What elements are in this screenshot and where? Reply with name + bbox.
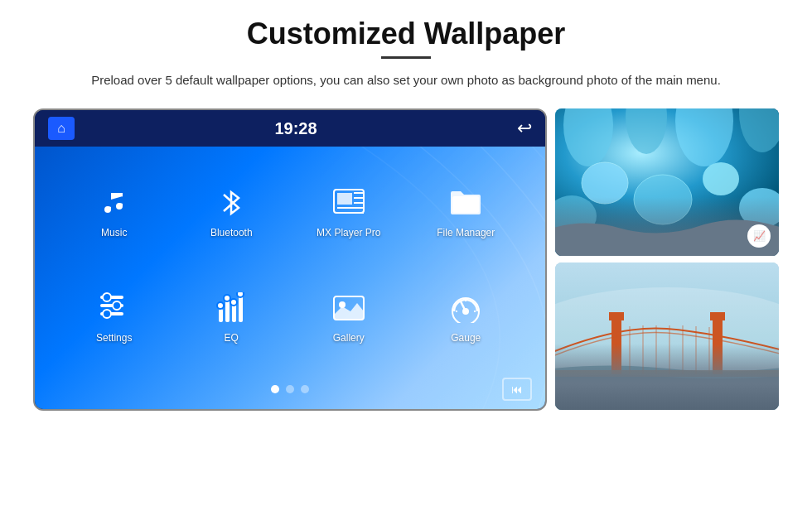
mxplayer-icon [330, 184, 368, 222]
home-button[interactable]: ⌂ [48, 117, 75, 140]
svg-point-35 [582, 162, 628, 204]
dot-3[interactable] [301, 385, 309, 393]
mxplayer-label: MX Player Pro [317, 227, 380, 238]
home-icon: ⌂ [57, 121, 65, 136]
svg-rect-17 [239, 296, 243, 322]
app-icon-settings[interactable]: Settings [60, 268, 169, 365]
app-icon-filemanager[interactable]: File Manager [412, 163, 521, 260]
svg-rect-45 [710, 312, 725, 320]
notification-badge: 📈 [747, 224, 771, 248]
screen-bottom: ⏮ [35, 373, 545, 409]
filemanager-icon [447, 184, 485, 222]
skip-icon: ⏮ [511, 383, 523, 396]
svg-rect-42 [611, 316, 621, 374]
car-screen: ⌂ 19:28 ↩ [33, 108, 547, 411]
svg-rect-7 [452, 196, 479, 213]
svg-point-13 [103, 310, 111, 318]
svg-point-18 [217, 302, 224, 309]
eq-icon [212, 289, 250, 327]
svg-rect-15 [225, 301, 230, 322]
page-title: Customized Wallpaper [247, 17, 566, 51]
dot-2[interactable] [286, 385, 294, 393]
settings-label: Settings [96, 332, 132, 344]
svg-point-37 [703, 162, 739, 195]
svg-rect-43 [713, 316, 723, 374]
svg-point-20 [230, 299, 237, 306]
settings-icon [95, 289, 133, 327]
bluetooth-icon [212, 184, 250, 222]
gauge-label: Gauge [451, 332, 481, 344]
app-icon-bluetooth[interactable]: Bluetooth [177, 163, 287, 260]
svg-point-41 [555, 287, 779, 387]
svg-point-11 [103, 293, 111, 301]
app-icon-eq[interactable]: EQ [177, 268, 287, 365]
page-subtitle: Preload over 5 default wallpaper options… [91, 70, 721, 90]
app-icon-mxplayer[interactable]: MX Player Pro [294, 163, 404, 260]
svg-rect-14 [219, 309, 223, 322]
svg-rect-16 [232, 305, 236, 322]
svg-point-21 [237, 292, 244, 297]
skip-button[interactable]: ⏮ [502, 378, 532, 401]
screen-top-bar: ⌂ 19:28 ↩ [35, 110, 545, 147]
app-icon-music[interactable]: Music [60, 163, 169, 260]
screen-dots [271, 385, 309, 393]
svg-rect-44 [609, 312, 624, 320]
icons-grid: Music Bluetooth [35, 147, 545, 373]
svg-rect-54 [555, 370, 779, 377]
app-icon-gauge[interactable]: Gauge [412, 268, 521, 365]
gallery-label: Gallery [333, 332, 365, 344]
filemanager-label: File Manager [437, 227, 495, 238]
right-images: 📈 [555, 108, 779, 410]
svg-point-12 [113, 301, 121, 310]
svg-point-19 [224, 295, 230, 301]
content-row: ⌂ 19:28 ↩ [33, 108, 779, 411]
svg-point-36 [634, 175, 692, 224]
eq-label: EQ [225, 332, 239, 344]
back-icon[interactable]: ↩ [517, 118, 532, 139]
notification-icon: 📈 [753, 230, 766, 242]
title-underline [381, 56, 431, 59]
screen-time: 19:28 [274, 119, 317, 138]
app-icon-gallery[interactable]: Gallery [294, 268, 404, 365]
dot-1[interactable] [271, 385, 279, 393]
svg-point-38 [555, 195, 597, 237]
screen-main: Music Bluetooth [35, 147, 545, 409]
gallery-icon [330, 289, 368, 327]
bluetooth-label: Bluetooth [210, 227, 253, 238]
music-icon [95, 184, 133, 222]
gauge-icon [447, 289, 485, 327]
ice-cave-preview[interactable]: 📈 [555, 108, 779, 256]
svg-point-26 [463, 309, 468, 314]
page-container: Customized Wallpaper Preload over 5 defa… [0, 0, 812, 525]
golden-gate-preview[interactable] [555, 262, 779, 410]
music-label: Music [101, 227, 127, 238]
svg-rect-1 [337, 193, 352, 205]
